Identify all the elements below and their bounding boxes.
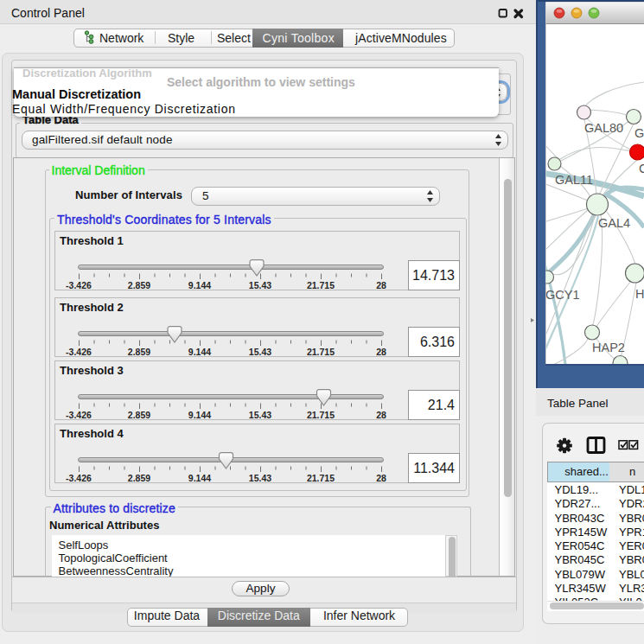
svg-text:H: H bbox=[635, 287, 644, 301]
svg-text:GAL80: GAL80 bbox=[584, 121, 623, 135]
svg-text:HAP2: HAP2 bbox=[592, 341, 625, 354]
svg-text:GA: GA bbox=[634, 126, 644, 140]
svg-text:GAL4: GAL4 bbox=[598, 216, 630, 230]
svg-text:GCY1: GCY1 bbox=[545, 288, 580, 302]
svg-text:GAL11: GAL11 bbox=[555, 173, 593, 187]
svg-text:C: C bbox=[639, 162, 644, 175]
